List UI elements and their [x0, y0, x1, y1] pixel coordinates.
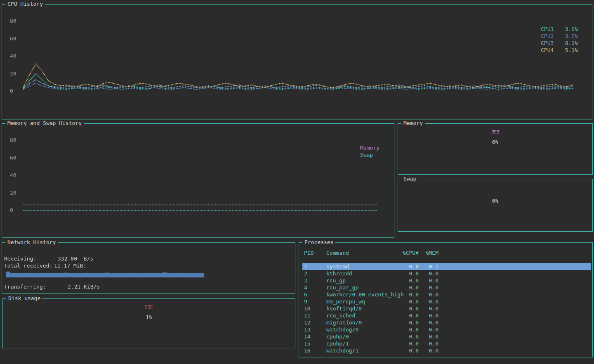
swap-usage-value: 0%	[492, 197, 499, 204]
process-command: systemd	[326, 263, 349, 270]
process-command: cpuhp/1	[326, 340, 349, 347]
process-mem-percent: 0.0	[422, 277, 438, 284]
process-command: watchdog/1	[326, 347, 358, 354]
process-mem-percent: 0.0	[422, 326, 438, 333]
legend-series-name: Memory	[360, 144, 380, 151]
swap-gauge-panel: Swap 0%	[398, 179, 593, 232]
cpu-legend: CPU13.0%CPU23.0%CPU38.1%CPU45.1%	[541, 26, 578, 54]
legend-series-name: CPU2	[541, 33, 554, 40]
process-pid: 6	[304, 291, 307, 298]
memory-usage-dots-icon	[491, 129, 500, 134]
process-command: rcu_sched	[326, 312, 355, 319]
swap-gauge: 0%	[398, 197, 592, 204]
column-header-mem[interactable]: %MEM	[422, 249, 438, 256]
process-pid: 13	[304, 326, 311, 333]
table-row[interactable]: 6kworker/0:0H-events_high0.00.0	[302, 291, 591, 298]
table-row[interactable]: 16watchdog/10.00.0	[302, 347, 591, 354]
legend-item: CPU13.0%	[541, 26, 578, 33]
process-mem-percent: 0.0	[422, 340, 438, 347]
legend-item: CPU23.0%	[541, 33, 578, 40]
process-pid: 1	[304, 263, 307, 270]
process-command: mm_percpu_wq	[326, 298, 365, 305]
process-cpu-percent: 0.0	[397, 333, 419, 340]
table-row[interactable]: 1systemd0.00.1	[302, 263, 591, 270]
legend-item: CPU45.1%	[541, 47, 578, 54]
disk-usage-panel: Disk usage 1%	[2, 298, 295, 348]
column-header-cpu[interactable]: %CPU▼	[397, 249, 419, 256]
memory-gauge: 6%	[398, 129, 592, 146]
process-cpu-percent: 0.0	[397, 312, 419, 319]
legend-series-name: CPU4	[541, 47, 554, 54]
process-command: migration/0	[326, 319, 362, 326]
process-pid: 15	[304, 340, 311, 347]
process-pid: 16	[304, 347, 311, 354]
process-pid: 14	[304, 333, 311, 340]
process-pid: 3	[304, 277, 307, 284]
memory-swap-legend: MemorySwap	[360, 144, 380, 158]
process-mem-percent: 0.1	[422, 263, 438, 270]
table-row[interactable]: 11rcu_sched0.00.0	[302, 312, 591, 319]
process-pid: 11	[304, 312, 311, 319]
process-cpu-percent: 0.0	[397, 284, 419, 291]
process-pid: 10	[304, 305, 311, 312]
table-row[interactable]: 4rcu_par_gp0.00.0	[302, 284, 591, 291]
legend-series-name: CPU3	[541, 40, 554, 47]
receiving-value: 332.00 B/s	[58, 255, 93, 262]
process-mem-percent: 0.0	[422, 333, 438, 340]
process-mem-percent: 0.0	[422, 284, 438, 291]
process-cpu-percent: 0.0	[397, 263, 419, 270]
cpu-history-panel: CPU History CPU13.0%CPU23.0%CPU38.1%CPU4…	[2, 4, 592, 120]
column-header-command[interactable]: Command	[326, 249, 349, 256]
panel-title-memory: Memory	[401, 120, 425, 127]
disk-usage-dots-icon	[145, 305, 153, 310]
table-row[interactable]: 3rcu_gp0.00.0	[302, 277, 591, 284]
legend-series-value: 5.1%	[565, 47, 578, 54]
process-pid: 4	[304, 284, 307, 291]
legend-series-value: 3.0%	[565, 33, 578, 40]
process-cpu-percent: 0.0	[397, 319, 419, 326]
process-command: rcu_gp	[326, 277, 346, 284]
legend-item: Memory	[360, 144, 380, 151]
process-command: cpuhp/0	[326, 333, 349, 340]
table-row[interactable]: 12migration/00.00.0	[302, 319, 591, 326]
process-cpu-percent: 0.0	[397, 340, 419, 347]
table-row[interactable]: 9mm_percpu_wq0.00.0	[302, 298, 591, 305]
panel-title-swap: Swap	[401, 176, 418, 182]
process-mem-percent: 0.0	[422, 291, 438, 298]
process-command: ksoftirqd/0	[326, 305, 362, 312]
column-header-pid[interactable]: PID	[304, 249, 314, 256]
process-cpu-percent: 0.0	[397, 277, 419, 284]
memory-gauge-panel: Memory 6%	[398, 123, 593, 175]
process-pid: 12	[304, 319, 311, 326]
process-command: rcu_par_gp	[326, 284, 358, 291]
process-pid: 2	[304, 270, 307, 277]
table-row[interactable]: 15cpuhp/10.00.0	[302, 340, 591, 347]
process-pid: 9	[304, 298, 307, 305]
disk-usage-value: 1%	[146, 314, 152, 321]
memory-swap-history-chart	[2, 124, 394, 237]
process-cpu-percent: 0.0	[397, 326, 419, 333]
legend-item: CPU38.1%	[541, 40, 578, 47]
cpu-history-chart	[2, 5, 592, 120]
panel-title-disk-usage: Disk usage	[6, 295, 42, 302]
process-command: kthreadd	[326, 270, 352, 277]
total-received-label: Total received:	[4, 262, 52, 269]
legend-series-name: Swap	[360, 151, 373, 158]
transferring-label: Transferring:	[4, 283, 46, 290]
process-mem-percent: 0.0	[422, 319, 438, 326]
table-row[interactable]: 10ksoftirqd/00.00.0	[302, 305, 591, 312]
process-cpu-percent: 0.0	[397, 298, 419, 305]
process-cpu-percent: 0.0	[397, 291, 419, 298]
table-row[interactable]: 2kthreadd0.00.0	[302, 270, 591, 277]
table-row[interactable]: 13watchdog/00.00.0	[302, 326, 591, 333]
receiving-label: Receiving:	[4, 255, 36, 262]
table-row[interactable]: 14cpuhp/00.00.0	[302, 333, 591, 340]
process-mem-percent: 0.0	[422, 312, 438, 319]
legend-series-value: 8.1%	[565, 40, 578, 47]
process-cpu-percent: 0.0	[397, 270, 419, 277]
process-mem-percent: 0.0	[422, 270, 438, 277]
process-command: kworker/0:0H-events_high	[326, 291, 404, 298]
process-table-header: PID Command %CPU▼ %MEM	[302, 249, 591, 256]
memory-usage-value: 6%	[492, 139, 499, 146]
memory-swap-history-panel: Memory and Swap History MemorySwap	[2, 123, 394, 238]
